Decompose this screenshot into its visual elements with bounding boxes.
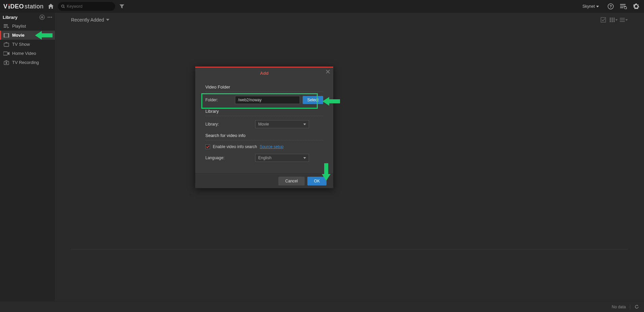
- top-bar: V DEO station Skynet ?: [0, 0, 644, 13]
- filter-button[interactable]: [118, 2, 126, 10]
- svg-line-10: [626, 9, 627, 9]
- grid-view-button[interactable]: [610, 16, 618, 23]
- annotation-arrow-sidebar: [35, 31, 53, 40]
- logo-station: station: [25, 3, 44, 10]
- svg-rect-38: [610, 18, 611, 19]
- chevron-down-icon: [106, 19, 109, 21]
- svg-point-27: [8, 35, 9, 35]
- folder-input[interactable]: [235, 96, 300, 104]
- svg-rect-1: [8, 6, 9, 9]
- help-icon: ?: [608, 3, 614, 9]
- ellipsis-icon: [47, 16, 52, 18]
- modal-body: Video Folder Folder: Select Library Libr…: [195, 78, 333, 173]
- svg-point-25: [4, 36, 4, 37]
- checkbox-icon: [601, 17, 607, 23]
- settings-button[interactable]: [632, 2, 641, 11]
- help-button[interactable]: ?: [606, 2, 615, 11]
- folder-row: Folder: Select: [205, 96, 323, 104]
- movie-icon: [3, 33, 9, 38]
- language-select[interactable]: English: [255, 154, 309, 162]
- sort-label: Recently Added: [71, 17, 104, 23]
- chevron-down-icon: [615, 19, 618, 21]
- svg-rect-8: [620, 7, 623, 8]
- modal-close-button[interactable]: [326, 70, 330, 74]
- sort-dropdown[interactable]: Recently Added: [71, 17, 109, 23]
- sidebar-item-label: TV Recording: [12, 60, 39, 65]
- svg-point-0: [8, 4, 10, 5]
- home-button[interactable]: [46, 2, 55, 11]
- logo-i-icon: [8, 4, 10, 9]
- modal-title-bar: Add: [195, 68, 333, 78]
- sidebar-item-label: Home Video: [12, 51, 36, 56]
- svg-rect-7: [620, 6, 625, 6]
- section-title-search: Search for video info: [205, 133, 323, 138]
- homevideo-icon: [3, 51, 9, 56]
- library-row: Library: Movie: [205, 120, 323, 128]
- chevron-down-icon: [625, 19, 628, 21]
- filter-icon: [120, 4, 124, 8]
- svg-point-23: [4, 34, 4, 34]
- svg-rect-17: [4, 24, 8, 25]
- enable-search-checkbox[interactable]: [205, 144, 210, 149]
- language-select-value: English: [258, 155, 271, 160]
- sidebar-title: Library: [3, 15, 18, 20]
- view-toolbar: [600, 16, 628, 23]
- modal-title: Add: [260, 71, 268, 76]
- cancel-button[interactable]: Cancel: [278, 177, 304, 185]
- svg-line-3: [64, 7, 65, 8]
- svg-rect-44: [610, 21, 611, 22]
- enable-search-row: Enable video info search Source setup: [205, 144, 323, 149]
- annotation-arrow-select: [323, 97, 340, 106]
- svg-rect-47: [620, 18, 625, 19]
- svg-rect-37: [601, 18, 606, 22]
- svg-point-16: [51, 17, 52, 18]
- search-icon: [61, 4, 65, 8]
- grid-icon: [610, 18, 615, 22]
- logo-v: V: [3, 3, 8, 10]
- sidebar-item-label: Movie: [12, 33, 25, 38]
- refresh-button[interactable]: [634, 304, 639, 309]
- svg-rect-40: [613, 18, 615, 19]
- svg-point-28: [8, 36, 9, 37]
- search-field[interactable]: [58, 2, 115, 11]
- source-setup-link[interactable]: Source setup: [260, 144, 283, 149]
- modal-footer: Cancel OK: [195, 173, 333, 188]
- user-menu[interactable]: Skynet: [582, 4, 599, 9]
- sidebar-item-tvshow[interactable]: TV Show: [0, 40, 55, 49]
- add-library-button[interactable]: [39, 14, 45, 20]
- search-input[interactable]: [67, 4, 111, 9]
- section-rule: [205, 116, 323, 116]
- home-icon: [48, 4, 54, 9]
- library-label: Library:: [205, 122, 252, 127]
- library-select[interactable]: Movie: [255, 120, 309, 128]
- svg-point-24: [4, 35, 4, 35]
- tvshow-icon: [3, 42, 9, 47]
- select-mode-button[interactable]: [600, 16, 608, 23]
- sidebar-header: Library: [0, 13, 55, 22]
- chevron-down-icon: [596, 6, 599, 7]
- more-library-button[interactable]: [47, 16, 52, 18]
- section-title-video-folder: Video Folder: [205, 84, 323, 90]
- language-row: Language: English: [205, 154, 323, 162]
- enable-search-label: Enable video info search: [213, 144, 257, 149]
- status-bar: No data: [0, 301, 644, 312]
- svg-rect-32: [3, 52, 7, 55]
- gear-icon: [633, 3, 639, 9]
- tvrecording-icon: [3, 60, 9, 65]
- sidebar-item-label: Playlist: [12, 24, 26, 29]
- sidebar-item-homevideo[interactable]: Home Video: [0, 49, 55, 58]
- sidebar-item-label: TV Show: [12, 42, 30, 47]
- sidebar-item-tvrecording[interactable]: TV Recording: [0, 58, 55, 67]
- logo-deo: DEO: [10, 3, 24, 10]
- playlist-icon: [3, 24, 9, 29]
- section-rule: [205, 140, 323, 140]
- select-folder-button[interactable]: Select: [303, 96, 323, 104]
- queue-button[interactable]: [619, 2, 628, 11]
- chevron-down-icon: [303, 157, 306, 159]
- list-view-button[interactable]: [620, 16, 628, 23]
- sidebar-item-playlist[interactable]: Playlist: [0, 22, 55, 31]
- plus-circle-icon: [39, 14, 45, 20]
- svg-rect-6: [620, 4, 625, 5]
- language-label: Language:: [205, 155, 252, 160]
- svg-rect-39: [612, 18, 613, 19]
